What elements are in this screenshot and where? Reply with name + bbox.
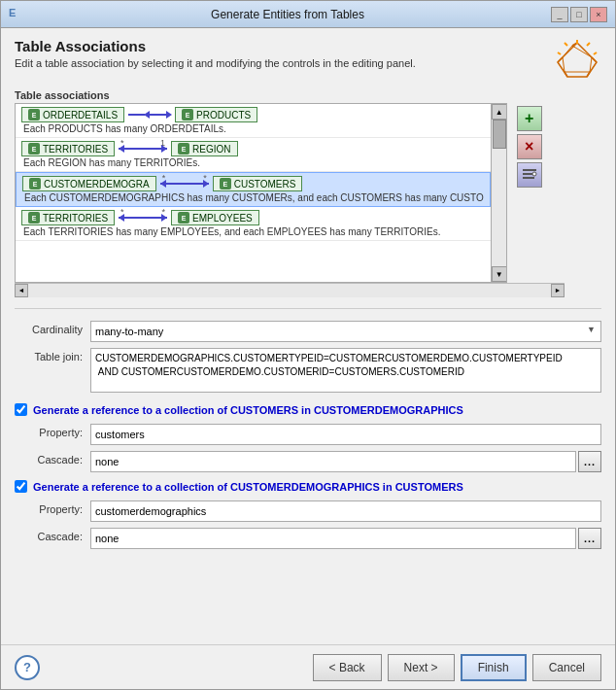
- horizontal-scrollbar-row: ◄ ►: [15, 283, 565, 296]
- scroll-thumb[interactable]: [493, 120, 506, 149]
- entity-right: E PRODUCTS: [175, 107, 257, 122]
- svg-rect-11: [523, 173, 532, 175]
- row-entities: E TERRITORIES * *: [21, 210, 485, 225]
- section-title: Table Associations: [15, 38, 416, 54]
- maximize-button[interactable]: □: [570, 7, 588, 22]
- vertical-scrollbar[interactable]: ▲ ▼: [491, 104, 506, 282]
- table-list: E ORDERDETAILS E: [16, 104, 491, 282]
- add-button[interactable]: +: [517, 106, 542, 131]
- entity-icon: E: [178, 143, 189, 155]
- content-area: Table Associations Edit a table associat…: [1, 28, 615, 644]
- table-associations-label: Table associations: [15, 89, 601, 101]
- cascade2-dots-button[interactable]: ...: [578, 528, 601, 549]
- svg-rect-12: [523, 177, 534, 179]
- row-description: Each PRODUCTS has many ORDERDETAILs.: [21, 123, 485, 134]
- row-entities: E ORDERDETAILS E: [21, 107, 485, 122]
- table-join-textarea[interactable]: CUSTOMERDEMOGRAPHICS.CUSTOMERTYPEID=CUST…: [90, 348, 601, 393]
- property1-input[interactable]: customers: [90, 424, 601, 445]
- remove-button[interactable]: ×: [517, 134, 542, 159]
- cascade2-input[interactable]: none: [90, 528, 576, 549]
- entity-icon: E: [182, 109, 193, 121]
- close-button[interactable]: ×: [590, 7, 607, 22]
- back-button[interactable]: < Back: [313, 654, 382, 681]
- scroll-right-button[interactable]: ►: [551, 284, 565, 297]
- finish-button[interactable]: Finish: [461, 654, 527, 681]
- configure-button[interactable]: [517, 162, 542, 188]
- navigation-buttons: < Back Next > Finish Cancel: [313, 654, 601, 681]
- property2-row: Property: customerdemographics: [15, 500, 601, 522]
- table-row[interactable]: E ORDERDETAILS E: [16, 104, 491, 138]
- property1-input-area: customers: [90, 424, 601, 445]
- cardinality-select-wrapper: many-to-many: [90, 321, 601, 342]
- table-row-selected[interactable]: E CUSTOMERDEMOGRA * *: [16, 172, 491, 207]
- table-row[interactable]: E TERRITORIES * 1: [16, 138, 491, 172]
- property2-label: Property:: [15, 500, 83, 515]
- cancel-button[interactable]: Cancel: [532, 654, 601, 681]
- entity-icon: E: [28, 143, 40, 155]
- row-description: Each REGION has many TERRITORIEs.: [21, 157, 485, 168]
- table-join-value-area: CUSTOMERDEMOGRAPHICS.CUSTOMERTYPEID=CUST…: [90, 348, 601, 396]
- bottom-bar: ? < Back Next > Finish Cancel: [1, 644, 615, 689]
- cardinality-label: Cardinality: [15, 321, 83, 335]
- entity-icon: E: [178, 212, 189, 224]
- next-button[interactable]: Next >: [388, 654, 455, 681]
- svg-line-7: [594, 52, 597, 54]
- entity-icon: E: [28, 109, 40, 121]
- row-description: Each TERRITORIES has many EMPLOYEEs, and…: [21, 226, 485, 237]
- property2-input-area: customerdemographics: [90, 500, 601, 522]
- editing-panel: Cardinality many-to-many Table join: CUS…: [15, 321, 601, 635]
- checkbox1[interactable]: [15, 403, 27, 416]
- table-list-container: E ORDERDETAILS E: [15, 103, 507, 283]
- help-button[interactable]: ?: [15, 655, 40, 680]
- title-bar: E Generate Entities from Tables _ □ ×: [1, 1, 615, 28]
- cascade2-area: none ...: [90, 528, 601, 549]
- logo-area: [553, 38, 601, 82]
- property2-input[interactable]: customerdemographics: [90, 500, 601, 522]
- table-row[interactable]: E TERRITORIES * *: [16, 207, 491, 241]
- minimize-button[interactable]: _: [551, 7, 568, 22]
- checkbox1-label: Generate a reference to a collection of …: [33, 404, 463, 416]
- table-join-row: Table join: CUSTOMERDEMOGRAPHICS.CUSTOME…: [15, 348, 601, 396]
- entity-left: E TERRITORIES: [21, 210, 115, 225]
- table-join-label: Table join:: [15, 348, 83, 362]
- app-icon: E: [9, 7, 24, 22]
- logo-icon: [553, 38, 601, 82]
- svg-line-9: [558, 52, 561, 54]
- svg-line-4: [558, 57, 563, 62]
- scroll-left-button[interactable]: ◄: [15, 284, 28, 297]
- cascade1-dots-button[interactable]: ...: [578, 451, 601, 472]
- property1-row: Property: customers: [15, 424, 601, 445]
- checkbox2-row: Generate a reference to a collection of …: [15, 478, 601, 495]
- window-controls: _ □ ×: [551, 7, 607, 22]
- scroll-down-button[interactable]: ▼: [492, 266, 507, 282]
- scroll-track: [492, 120, 506, 266]
- table-list-area: E ORDERDETAILS E: [15, 103, 601, 283]
- main-window: E Generate Entities from Tables _ □ × Ta…: [0, 0, 616, 690]
- section-description: Edit a table association by selecting it…: [15, 56, 416, 71]
- entity-left: E ORDERDETAILS: [21, 107, 124, 122]
- property1-label: Property:: [15, 424, 83, 438]
- hscroll-track: [28, 284, 551, 297]
- svg-line-6: [587, 43, 590, 46]
- entity-right: E EMPLOYEES: [171, 210, 259, 225]
- row-description: Each CUSTOMERDEMOGRAPHICS has many CUSTO…: [22, 192, 484, 203]
- entity-right: E REGION: [171, 141, 237, 156]
- cascade2-row: Cascade: none ...: [15, 528, 601, 549]
- entity-left: E CUSTOMERDEMOGRA: [22, 176, 156, 191]
- horizontal-scrollbar[interactable]: ◄ ►: [15, 283, 565, 296]
- checkbox2[interactable]: [15, 480, 27, 493]
- cardinality-select[interactable]: many-to-many: [90, 321, 601, 342]
- cascade1-input[interactable]: none: [90, 451, 576, 472]
- scroll-up-button[interactable]: ▲: [492, 104, 507, 120]
- checkbox2-label: Generate a reference to a collection of …: [33, 481, 463, 493]
- entity-icon: E: [29, 178, 41, 190]
- entity-icon: E: [220, 178, 231, 190]
- row-entities: E CUSTOMERDEMOGRA * *: [22, 176, 484, 191]
- cardinality-row: Cardinality many-to-many: [15, 321, 601, 342]
- divider: [15, 308, 601, 309]
- entity-icon: E: [28, 212, 40, 224]
- svg-line-8: [565, 43, 567, 46]
- svg-rect-10: [523, 169, 536, 171]
- svg-point-13: [532, 172, 536, 176]
- cascade2-label: Cascade:: [15, 528, 83, 542]
